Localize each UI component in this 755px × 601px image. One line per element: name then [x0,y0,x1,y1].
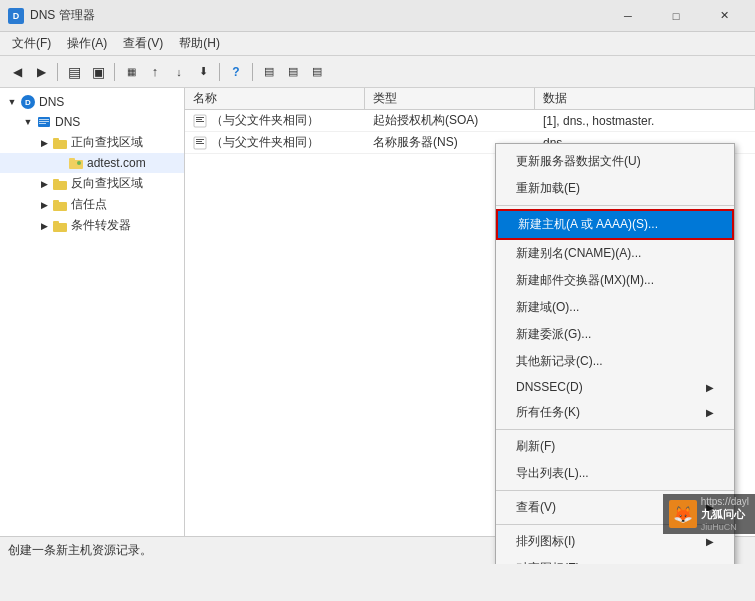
col-header-name[interactable]: 名称 [185,88,365,109]
ctx-new-mail-exchanger[interactable]: 新建邮件交换器(MX)(M)... [496,267,734,294]
watermark-url: https://dayl [701,496,749,507]
tree-item-dns-root[interactable]: ▼ D DNS [0,92,184,112]
watermark-logo: 🦊 [669,500,697,528]
menu-file[interactable]: 文件(F) [4,33,59,54]
tree-item-reverse-lookup[interactable]: ▶ 反向查找区域 [0,173,184,194]
toolbar-separator-4 [252,63,253,81]
col-header-type[interactable]: 类型 [365,88,535,109]
dns-root-icon: D [20,94,36,110]
expander-reverse: ▶ [36,179,52,189]
tree-item-conditional-forwarders[interactable]: ▶ 条件转发器 [0,215,184,236]
forward-button[interactable]: ▶ [30,61,52,83]
svg-rect-17 [196,119,202,120]
expander-forward: ▶ [36,138,52,148]
svg-rect-16 [196,117,204,118]
folder-trust-icon [52,197,68,213]
svg-rect-5 [53,138,59,141]
ctx-new-host[interactable]: 新建主机(A 或 AAAA)(S)... [496,209,734,240]
ctx-reload[interactable]: 重新加载(E) [496,175,734,202]
toolbar-btn-6[interactable]: ⬇ [192,61,214,83]
toolbar-btn-3[interactable]: ▦ [120,61,142,83]
toolbar-btn-7[interactable]: ▤ [258,61,280,83]
menu-action[interactable]: 操作(A) [59,33,115,54]
toolbar-btn-9[interactable]: ▤ [306,61,328,83]
watermark-text: https://dayl 九狐问心 JiuHuCN [701,496,749,532]
tree-item-trust-points[interactable]: ▶ 信任点 [0,194,184,215]
svg-rect-13 [53,223,67,232]
ctx-separator-2 [496,429,734,430]
minimize-button[interactable]: ─ [605,2,651,30]
console-button[interactable]: ▤ [63,61,85,83]
right-pane: 名称 类型 数据 （与父文件夹相同） 起始授权机构(SOA) [1], dns.… [185,88,755,564]
maximize-button[interactable]: □ [653,2,699,30]
dns-server-icon [36,114,52,130]
menu-help[interactable]: 帮助(H) [171,33,228,54]
svg-rect-21 [196,141,202,142]
ctx-separator-1 [496,205,734,206]
title-bar-left: D DNS 管理器 [8,7,95,24]
app-icon: D [8,8,24,24]
tree-item-adtest[interactable]: adtest.com [0,153,184,173]
expander-dns-server: ▼ [20,117,36,127]
svg-point-8 [77,161,81,165]
toolbar-separator-2 [114,63,115,81]
svg-rect-2 [39,121,49,122]
svg-rect-14 [53,221,59,224]
tree-label-conditional: 条件转发器 [71,217,131,234]
ctx-update-server-data[interactable]: 更新服务器数据文件(U) [496,148,734,175]
col-header-data[interactable]: 数据 [535,88,755,109]
back-button[interactable]: ◀ [6,61,28,83]
status-text: 创建一条新主机资源记录。 [8,542,152,559]
table-row[interactable]: （与父文件夹相同） 起始授权机构(SOA) [1], dns., hostmas… [185,110,755,132]
all-tasks-submenu-arrow: ▶ [706,407,714,418]
main-layout: ▼ D DNS ▼ DNS ▶ [0,88,755,564]
help-toolbar-button[interactable]: ? [225,61,247,83]
toolbar: ◀ ▶ ▤ ▣ ▦ ↑ ↓ ⬇ ? ▤ ▤ ▤ [0,56,755,88]
ctx-refresh[interactable]: 刷新(F) [496,433,734,460]
cell-data-0: [1], dns., hostmaster. [535,114,755,128]
ctx-all-tasks[interactable]: 所有任务(K) ▶ [496,399,734,426]
toolbar-btn-4[interactable]: ↑ [144,61,166,83]
ctx-align-icons[interactable]: 对齐图标(E) [496,555,734,564]
folder-reverse-icon [52,176,68,192]
arrange-submenu-arrow: ▶ [706,536,714,547]
close-button[interactable]: ✕ [701,2,747,30]
folder-adtest-icon [68,155,84,171]
svg-rect-12 [53,200,59,203]
ctx-other-records[interactable]: 其他新记录(C)... [496,348,734,375]
toolbar-separator-3 [219,63,220,81]
console-button2[interactable]: ▣ [87,61,109,83]
toolbar-btn-8[interactable]: ▤ [282,61,304,83]
svg-rect-3 [39,123,46,124]
ctx-new-delegation[interactable]: 新建委派(G)... [496,321,734,348]
expander-trust: ▶ [36,200,52,210]
menu-bar: 文件(F) 操作(A) 查看(V) 帮助(H) [0,32,755,56]
tree-label-trust: 信任点 [71,196,107,213]
toolbar-separator-1 [57,63,58,81]
svg-rect-7 [69,158,75,161]
tree-label-adtest: adtest.com [87,156,146,170]
expander-conditional: ▶ [36,221,52,231]
toolbar-btn-5[interactable]: ↓ [168,61,190,83]
window-title: DNS 管理器 [30,7,95,24]
ctx-new-alias[interactable]: 新建别名(CNAME)(A)... [496,240,734,267]
svg-rect-6 [69,160,83,169]
tree-item-dns-server[interactable]: ▼ DNS [0,112,184,132]
tree-label-dns-root: DNS [39,95,64,109]
ctx-new-domain[interactable]: 新建域(O)... [496,294,734,321]
ctx-export-list[interactable]: 导出列表(L)... [496,460,734,487]
cell-name-0: （与父文件夹相同） [185,112,365,129]
folder-forward-icon [52,135,68,151]
svg-rect-1 [39,119,49,120]
menu-view[interactable]: 查看(V) [115,33,171,54]
tree-item-forward-lookup[interactable]: ▶ 正向查找区域 [0,132,184,153]
tree-label-dns-server: DNS [55,115,80,129]
svg-rect-18 [196,121,204,122]
title-bar: D DNS 管理器 ─ □ ✕ [0,0,755,32]
cell-name-1: （与父文件夹相同） [185,134,365,151]
expander-dns-root: ▼ [4,97,20,107]
column-headers: 名称 类型 数据 [185,88,755,110]
svg-rect-22 [196,143,204,144]
ctx-dnssec[interactable]: DNSSEC(D) ▶ [496,375,734,399]
folder-conditional-icon [52,218,68,234]
